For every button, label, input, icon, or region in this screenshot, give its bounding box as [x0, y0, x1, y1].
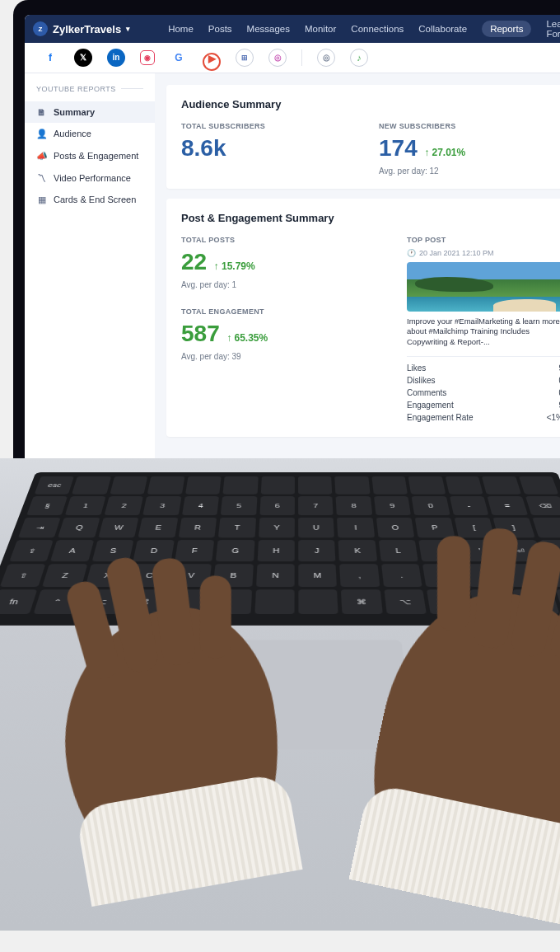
brand[interactable]: Z ZylkerTravels ▾: [33, 21, 130, 36]
total-engagement-avg: Avg. per day: 39: [181, 352, 382, 361]
chart-line-icon: 〽: [36, 173, 47, 183]
screen: Z ZylkerTravels ▾ Home Posts Messages Mo…: [25, 15, 560, 458]
nav-monitor[interactable]: Monitor: [305, 24, 336, 34]
card-title: Post & Engagement Summary: [181, 212, 560, 224]
megaphone-icon: 📣: [36, 151, 47, 162]
sidebar-item-label: Audience: [54, 129, 91, 138]
stat-label: TOTAL POSTS: [181, 236, 382, 244]
top-post-thumbnail[interactable]: [407, 262, 560, 312]
top-post-panel: TOP POST 🕐 20 Jan 2021 12:10 PM Improve …: [407, 236, 560, 424]
sidebar-item-posts-engagement[interactable]: 📣 Posts & Engagement: [25, 145, 155, 167]
sidebar-item-label: Video Performance: [54, 173, 131, 183]
document-icon: 🗎: [36, 107, 47, 117]
nav-connections[interactable]: Connections: [351, 24, 404, 34]
main-content: Audience Summary TOTAL SUBSCRIBERS 8.6k …: [155, 73, 560, 458]
channel-icon-3[interactable]: ◎: [317, 49, 335, 67]
sidebar-item-cards-end-screen[interactable]: ▦ Cards & End Screen: [25, 189, 155, 211]
total-subscribers-value: 8.6k: [181, 135, 313, 162]
google-icon[interactable]: G: [170, 49, 188, 67]
sidebar-section-title: YOUTUBE REPORTS: [25, 85, 155, 101]
metric-comments: Comments0: [407, 387, 560, 399]
new-subscribers-avg: Avg. per day: 12: [379, 166, 511, 176]
x-twitter-icon[interactable]: 𝕏: [74, 49, 92, 67]
sidebar-item-label: Summary: [54, 107, 95, 117]
brand-logo-icon: Z: [33, 21, 48, 36]
nav-home[interactable]: Home: [168, 24, 194, 34]
divider: [301, 49, 302, 66]
top-post-text: Improve your #EmailMarketing & learn mor…: [407, 317, 560, 348]
brand-name: ZylkerTravels: [53, 23, 121, 35]
laptop-frame: Z ZylkerTravels ▾ Home Posts Messages Mo…: [0, 0, 560, 952]
sidebar-item-video-performance[interactable]: 〽 Video Performance: [25, 167, 155, 189]
channel-icon-2[interactable]: ◎: [268, 49, 287, 67]
metric-dislikes: Dislikes0: [407, 374, 560, 387]
nav-reports[interactable]: Reports: [482, 21, 531, 37]
channel-icon-4[interactable]: ♪: [350, 49, 368, 67]
nav-lead-forms[interactable]: Lead Forms: [546, 19, 560, 39]
total-engagement-value: 587: [181, 321, 220, 346]
linkedin-icon[interactable]: in: [107, 49, 125, 67]
new-subscribers-delta: 27.01%: [424, 147, 465, 158]
new-subscribers-block: NEW SUBSCRIBERS 174 27.01% Avg. per day:…: [379, 122, 511, 176]
total-posts-delta: 15.79%: [214, 260, 255, 272]
total-posts-value: 22: [181, 249, 207, 274]
stat-label: NEW SUBSCRIBERS: [379, 122, 511, 130]
post-engagement-card: Post & Engagement Summary TOTAL POSTS 22…: [166, 199, 560, 437]
nav-messages[interactable]: Messages: [247, 24, 290, 34]
top-nav: Z ZylkerTravels ▾ Home Posts Messages Mo…: [25, 15, 560, 43]
instagram-icon[interactable]: ◉: [140, 50, 155, 65]
sidebar-item-summary[interactable]: 🗎 Summary: [25, 101, 155, 123]
sidebar-item-label: Posts & Engagement: [54, 151, 138, 161]
screen-bezel: Z ZylkerTravels ▾ Home Posts Messages Mo…: [13, 0, 560, 458]
nav-collaborate[interactable]: Collaborate: [418, 24, 467, 34]
stat-label: TOTAL SUBSCRIBERS: [181, 122, 313, 130]
top-post-timestamp: 🕐 20 Jan 2021 12:10 PM: [407, 249, 560, 257]
social-channel-bar: f 𝕏 in ◉ G ▶ ⊞ ◎ ◎ ♪: [25, 43, 560, 73]
new-subscribers-value: 174: [379, 135, 418, 161]
metric-likes: Likes9: [407, 362, 560, 374]
sidebar-item-label: Cards & End Screen: [54, 195, 136, 204]
sidebar: YOUTUBE REPORTS 🗎 Summary 👤 Audience 📣 P…: [25, 73, 155, 458]
stat-label: TOTAL ENGAGEMENT: [181, 307, 382, 316]
cards-icon: ▦: [36, 195, 47, 205]
clock-icon: 🕐: [407, 249, 416, 257]
audience-summary-card: Audience Summary TOTAL SUBSCRIBERS 8.6k …: [166, 85, 560, 189]
nav-posts[interactable]: Posts: [208, 24, 232, 34]
metric-engagement: Engagement9: [407, 399, 560, 411]
user-icon: 👤: [36, 129, 47, 139]
total-posts-avg: Avg. per day: 1: [181, 280, 382, 289]
metric-engagement-rate: Engagement Rate<1%: [407, 411, 560, 424]
channel-icon-1[interactable]: ⊞: [236, 49, 254, 67]
chevron-down-icon: ▾: [126, 25, 130, 33]
card-title: Audience Summary: [181, 98, 560, 110]
facebook-icon[interactable]: f: [41, 49, 59, 67]
top-post-label: TOP POST: [407, 236, 560, 244]
top-post-metrics: Likes9 Dislikes0 Comments0 Engagement9 E…: [407, 356, 560, 424]
sidebar-item-audience[interactable]: 👤 Audience: [25, 123, 155, 145]
total-subscribers-block: TOTAL SUBSCRIBERS 8.6k: [181, 122, 313, 176]
youtube-icon[interactable]: ▶: [203, 53, 221, 71]
body: YOUTUBE REPORTS 🗎 Summary 👤 Audience 📣 P…: [25, 73, 560, 458]
total-engagement-delta: 65.35%: [226, 332, 268, 344]
